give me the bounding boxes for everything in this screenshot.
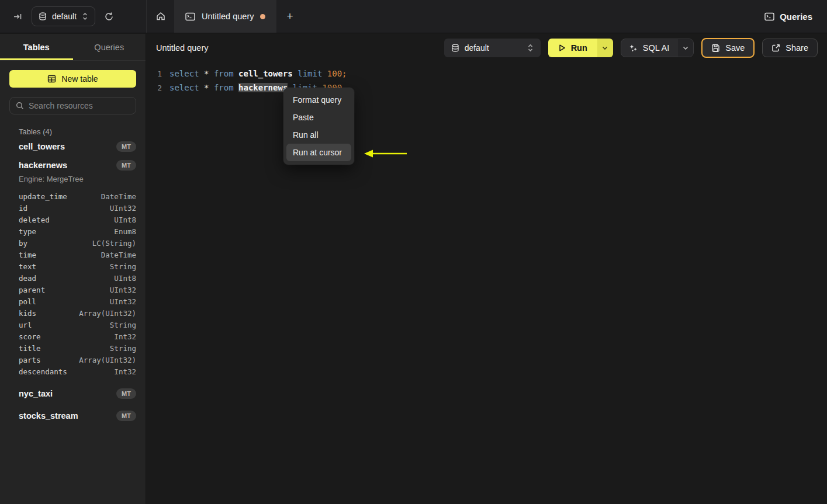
column-type: Enum8 [114,226,136,238]
column-row: update_timeDateTime [19,191,136,203]
queries-button-label: Queries [780,12,812,22]
column-name: type [19,226,36,238]
column-type: String [110,319,136,331]
table-grid-icon [47,75,56,83]
line-number: 1 [153,69,162,78]
column-row: titleString [19,343,136,354]
tab-untitled-query[interactable]: Untitled query [174,0,276,33]
menu-item-run-at-cursor[interactable]: Run at cursor [286,144,351,161]
column-name: by [19,238,27,249]
sparkles-icon [629,44,638,53]
column-name: descendants [19,366,67,378]
column-type: UInt32 [110,296,136,308]
run-button-label: Run [571,43,587,53]
sql-editor[interactable]: 1select * from cell_towers limit 100;2se… [147,62,827,95]
save-button[interactable]: Save [701,38,755,58]
toolbar-database-selector[interactable]: default [444,39,541,57]
run-options-caret[interactable] [597,39,613,57]
column-row: typeEnum8 [19,226,136,238]
code-text: select * from cell_towers limit 100; [169,69,347,78]
column-type: Int32 [114,366,136,378]
column-type: LC(String) [92,238,136,249]
column-name: text [19,261,36,273]
save-button-label: Save [725,43,745,53]
column-name: score [19,331,41,343]
menu-item-run-all[interactable]: Run all [286,126,351,144]
chevron-updown-icon [82,12,88,20]
new-table-button[interactable]: New table [9,70,136,88]
column-name: id [19,203,27,214]
share-button[interactable]: Share [762,39,818,57]
query-title: Untitled query [156,43,208,53]
column-row: kidsArray(UInt32) [19,308,136,319]
database-icon [451,44,459,53]
tables-section-label: Tables (4) [0,114,146,137]
column-row: timeDateTime [19,249,136,261]
editor-lines: 1select * from cell_towers limit 100;2se… [153,67,827,95]
column-type: DateTime [101,191,136,203]
main-area: Untitled query default [147,34,827,504]
column-type: UInt32 [110,284,136,296]
table-name: stocks_stream [19,411,78,420]
sidebar-tab-queries[interactable]: Queries [73,34,146,60]
toolbar-database-value: default [465,43,489,53]
sql-ai-button[interactable]: SQL AI [621,39,677,57]
new-tab-button[interactable]: + [276,0,303,33]
column-name: dead [19,273,36,284]
code-line[interactable]: 2select * from hackernews limit 1000 [153,81,827,95]
run-button[interactable]: Run [548,39,597,57]
sidebar-collapse-icon[interactable] [13,12,23,22]
column-name: url [19,319,32,331]
column-name: deleted [19,214,50,226]
code-line[interactable]: 1select * from cell_towers limit 100; [153,67,827,81]
table-row-hackernews[interactable]: hackernews MT [0,156,146,175]
chevron-updown-icon [527,44,534,52]
table-row-cell-towers[interactable]: cell_towers MT [0,137,146,156]
column-type: UInt32 [110,203,136,214]
column-type: UInt8 [114,214,136,226]
home-button[interactable] [147,0,174,33]
sql-ai-label: SQL AI [643,43,669,53]
share-button-label: Share [786,43,808,53]
tab-title: Untitled query [202,12,254,21]
column-name: parent [19,284,45,296]
engine-badge: MT [116,388,136,399]
table-row-stocks-stream[interactable]: stocks_stream MT [0,405,146,427]
header-right: Queries [764,0,827,33]
terminal-icon [185,12,195,21]
tab-strip: Untitled query + [146,0,303,33]
sql-ai-button-group: SQL AI [621,39,694,57]
terminal-icon [764,12,774,21]
sidebar-tabs: Tables Queries [0,34,146,61]
column-row: urlString [19,319,136,331]
column-row: parentUInt32 [19,284,136,296]
share-icon [771,44,780,53]
unsaved-indicator-dot [260,14,265,19]
table-name: nyc_taxi [19,389,53,398]
play-icon [558,44,566,52]
column-type: DateTime [101,249,136,261]
search-input[interactable] [29,101,130,110]
search-icon [16,102,24,110]
menu-item-paste[interactable]: Paste [286,109,351,126]
save-icon [711,44,720,53]
sidebar-tab-tables[interactable]: Tables [0,34,73,60]
queries-button[interactable]: Queries [764,12,812,22]
editor-context-menu: Format queryPasteRun allRun at cursor [283,88,354,165]
engine-badge: MT [116,141,136,152]
header-database-selector[interactable]: default [32,6,95,26]
columns-list: update_timeDateTimeidUInt32deletedUInt8t… [0,187,146,383]
run-button-group: Run [548,39,613,57]
sql-ai-caret[interactable] [677,39,693,57]
column-name: kids [19,308,36,319]
column-row: descendantsInt32 [19,366,136,378]
menu-item-format-query[interactable]: Format query [286,91,351,109]
column-type: Array(UInt32) [79,308,136,319]
new-table-label: New table [61,74,98,84]
toolbar: Untitled query default [147,34,827,62]
bottom-tables: nyc_taxi MT stocks_stream MT [0,383,146,427]
table-row-nyc-taxi[interactable]: nyc_taxi MT [0,383,146,405]
top-header: default Untitled query [0,0,827,33]
refresh-icon[interactable] [104,12,114,22]
column-type: UInt8 [114,273,136,284]
